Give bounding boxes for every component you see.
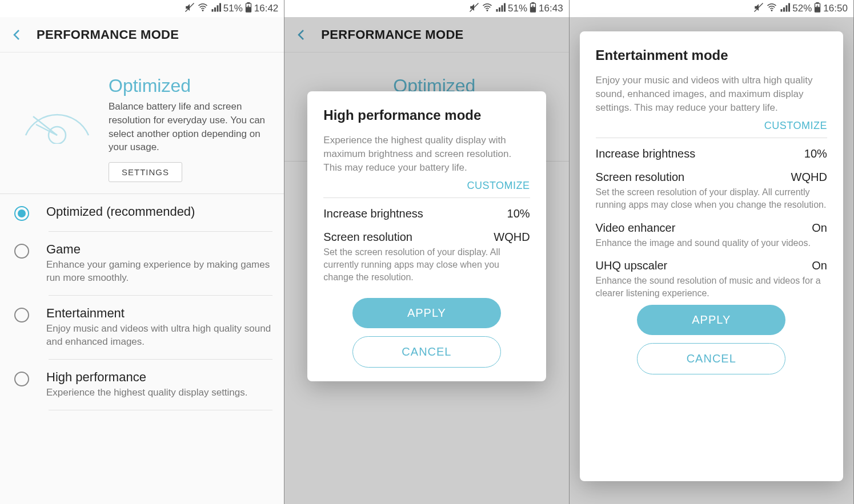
battery-icon [814,2,821,15]
screen-entertainment-dialog: 52% 16:50 Entertainment mode Enjoy your … [570,0,854,504]
setting-label: Screen resolution [323,231,412,244]
svg-rect-14 [817,2,819,3]
setting-label: UHQ upscaler [596,259,668,272]
dialog-description: Experience the highest quality display w… [323,134,530,174]
settings-button[interactable]: SETTINGS [109,162,182,182]
setting-value: On [812,259,827,272]
option-desc: Enhance your gaming experience by making… [46,259,272,285]
status-bar: 51% 16:42 [0,0,284,17]
radio-icon[interactable] [14,206,29,221]
option-title: Game [46,242,272,257]
radio-icon[interactable] [14,372,29,386]
high-performance-dialog: High performance mode Experience the hig… [307,91,546,381]
setting-video-enhancer[interactable]: Video enhancer On Enhance the image and … [596,221,827,249]
option-entertainment[interactable]: Entertainment Enjoy music and videos wit… [0,296,284,359]
setting-sub: Enhance the image and sound quality of y… [596,237,827,249]
apply-button[interactable]: APPLY [637,305,785,335]
svg-rect-15 [816,7,820,11]
dialog-description: Enjoy your music and videos with ultra h… [596,74,827,114]
mute-icon [185,2,195,15]
setting-brightness[interactable]: Increase brightness 10% [596,147,827,160]
apply-button[interactable]: APPLY [352,298,501,328]
back-icon[interactable] [10,28,24,42]
mute-icon [469,2,479,15]
setting-uhq-upscaler[interactable]: UHQ upscaler On Enhance the sound resolu… [596,259,827,299]
cancel-button[interactable]: CANCEL [352,336,501,368]
setting-resolution[interactable]: Screen resolution WQHD Set the screen re… [596,171,827,211]
setting-brightness[interactable]: Increase brightness 10% [323,207,530,220]
setting-value: On [812,221,827,235]
setting-value: WQHD [494,231,530,244]
setting-sub: Set the screen resolution of your displa… [323,246,530,283]
app-header: PERFORMANCE MODE [0,17,284,53]
battery-percent: 51% [508,3,527,14]
svg-point-1 [202,10,203,11]
clock: 16:50 [823,3,848,14]
page-title: PERFORMANCE MODE [37,27,179,42]
setting-label: Increase brightness [596,147,696,160]
radio-icon[interactable] [14,308,29,322]
gauge-icon [11,75,103,150]
svg-rect-4 [246,7,250,11]
screen-performance-list: 51% 16:42 PERFORMANCE MODE Optimized Bal… [0,0,284,504]
clock: 16:43 [539,3,563,14]
setting-resolution[interactable]: Screen resolution WQHD Set the screen re… [323,231,530,283]
dialog-title: High performance mode [323,107,530,123]
cancel-button[interactable]: CANCEL [637,343,785,374]
summary-mode-name: Optimized [109,75,272,96]
option-high-performance[interactable]: High performance Experience the highest … [0,360,284,410]
setting-sub: Enhance the sound resolution of music an… [596,275,827,299]
wifi-icon [766,2,777,15]
setting-label: Increase brightness [323,207,423,220]
clock: 16:42 [254,3,279,14]
mode-summary: Optimized Balance battery life and scree… [0,53,284,194]
status-bar: 51% 16:43 [284,0,568,17]
mute-icon [753,2,764,15]
option-game[interactable]: Game Enhance your gaming experience by m… [0,232,284,295]
option-title: High performance [46,370,272,385]
signal-icon [495,2,506,15]
battery-percent: 51% [223,3,243,14]
battery-percent: 52% [792,3,812,14]
radio-icon[interactable] [14,244,29,259]
setting-label: Video enhancer [596,221,676,235]
wifi-icon [482,2,493,15]
option-desc: Enjoy music and videos with ultra high q… [46,322,272,349]
option-title: Entertainment [46,306,272,321]
setting-value: 10% [507,207,530,220]
setting-label: Screen resolution [596,171,685,184]
signal-icon [211,2,221,15]
battery-icon [530,2,536,15]
svg-point-12 [772,10,773,11]
option-optimized[interactable]: Optimized (recommended) [0,194,284,231]
svg-rect-3 [247,2,250,3]
status-bar: 52% 16:50 [570,0,853,17]
entertainment-dialog: Entertainment mode Enjoy your music and … [580,31,843,481]
option-desc: Experience the highest quality display s… [46,386,272,400]
screen-high-performance-dialog: 51% 16:43 PERFORMANCE MODE Optimized Hig… [284,0,569,504]
setting-value: WQHD [791,171,827,184]
svg-point-7 [487,10,488,11]
signal-icon [780,2,790,15]
option-title: Optimized (recommended) [46,204,272,219]
wifi-icon [197,2,209,15]
svg-rect-10 [531,7,535,11]
setting-sub: Set the screen resolution of your displa… [596,186,827,211]
mode-options-list: Optimized (recommended) Game Enhance you… [0,194,284,410]
customize-link[interactable]: CUSTOMIZE [467,180,530,191]
summary-description: Balance battery life and screen resoluti… [109,100,272,154]
setting-value: 10% [804,147,827,160]
customize-link[interactable]: CUSTOMIZE [764,120,827,131]
battery-icon [245,2,252,15]
dialog-title: Entertainment mode [596,47,827,63]
svg-rect-9 [532,2,534,3]
